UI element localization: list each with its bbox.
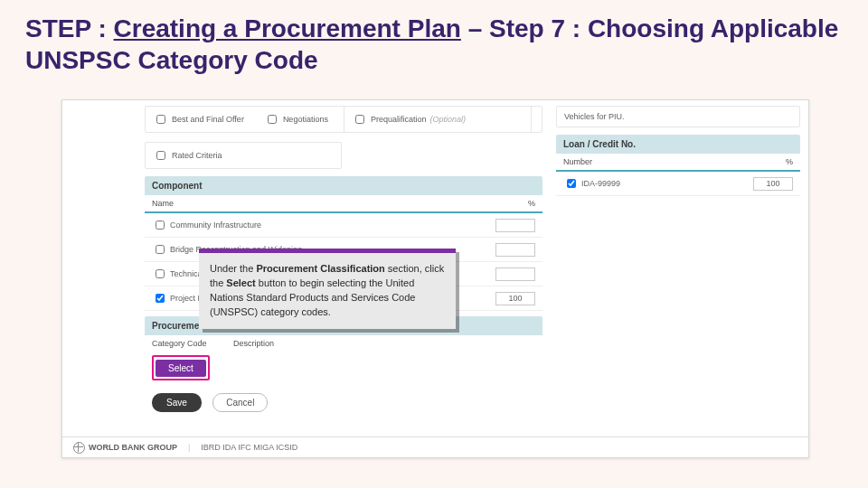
opt-best-final[interactable]: Best and Final Offer [153, 112, 244, 127]
pct-input[interactable] [495, 267, 535, 281]
select-highlight: Select [152, 355, 210, 380]
pct-input[interactable]: 100 [495, 292, 535, 305]
checkbox[interactable] [156, 221, 165, 230]
checkbox[interactable] [156, 151, 165, 160]
title-pre: STEP : [25, 14, 114, 42]
options-box-mid: Prequalification (Optional) [344, 106, 532, 133]
checkbox[interactable] [156, 294, 165, 303]
pct-input[interactable]: 100 [753, 177, 793, 191]
select-button[interactable]: Select [156, 360, 206, 377]
title-link: Creating a Procurement Plan [114, 14, 461, 42]
cancel-button[interactable]: Cancel [212, 393, 268, 412]
checkbox[interactable] [268, 115, 277, 124]
opt-rated-row: Rated Criteria [145, 142, 342, 169]
pc-subheader: Category Code Description [145, 335, 542, 352]
checkbox[interactable] [156, 245, 165, 254]
loan-header: Loan / Credit No. [556, 135, 800, 154]
globe-icon [73, 442, 85, 454]
loan-thead: Number % [556, 154, 800, 172]
slide-title: STEP : Creating a Procurement Plan – Ste… [25, 13, 843, 76]
footer-orgs: IBRD IDA IFC MIGA ICSID [201, 443, 297, 452]
tooltip: Under the Procurement Classification sec… [199, 249, 456, 329]
checkbox[interactable] [567, 179, 576, 188]
pct-input[interactable] [495, 219, 535, 232]
footer: WORLD BANK GROUP | IBRD IDA IFC MIGA ICS… [62, 436, 808, 457]
opt-negotiations[interactable]: Negotiations [264, 112, 328, 127]
checkbox[interactable] [156, 115, 165, 124]
component-header: Component [145, 176, 542, 195]
opt-rated[interactable]: Rated Criteria [153, 148, 222, 163]
table-row: Community Infrastructure [145, 213, 542, 238]
component-thead: Name % [145, 195, 542, 213]
checkbox[interactable] [355, 115, 364, 124]
right-note: Vehicles for PIU. [556, 106, 800, 127]
table-row: IDA-99999100 [556, 172, 800, 196]
wbg-logo: WORLD BANK GROUP [73, 442, 177, 454]
opt-prequalification[interactable]: Prequalification (Optional) [352, 112, 466, 127]
pct-input[interactable] [495, 243, 535, 257]
save-button[interactable]: Save [152, 393, 202, 412]
checkbox[interactable] [156, 269, 165, 278]
